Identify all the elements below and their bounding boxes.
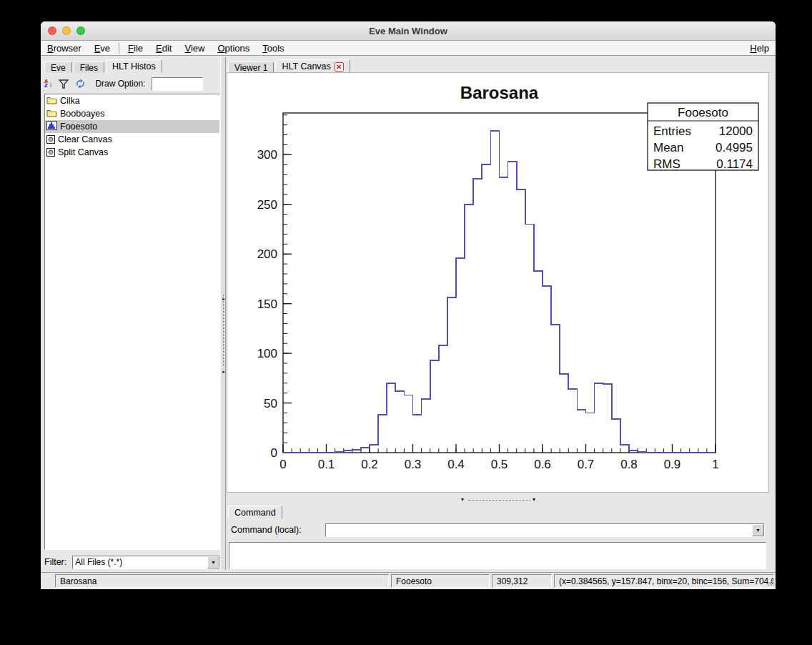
menu-edit[interactable]: Edit	[149, 41, 178, 55]
main-tab-bar: Viewer 1 HLT Canvas ✕	[228, 59, 352, 73]
screen-background: Eve Main Window Browser Eve File Edit Vi…	[0, 0, 812, 645]
sidebar-toolbar: AZ↓ Draw Option: ▼	[44, 75, 220, 92]
splitter-arrow-icon[interactable]: ▸	[221, 296, 227, 302]
gear-icon: ⚙	[46, 148, 55, 157]
tab-hlt-canvas[interactable]: HLT Canvas ✕	[275, 59, 350, 73]
tab-command[interactable]: Command	[228, 506, 282, 519]
menu-options[interactable]: Options	[211, 41, 256, 55]
svg-text:Entries: Entries	[653, 124, 691, 138]
window-title: Eve Main Window	[41, 26, 776, 36]
command-local-label: Command (local):	[231, 525, 302, 535]
tab-hlt-histos[interactable]: HLT Histos	[106, 59, 162, 73]
filter-input[interactable]	[73, 556, 207, 568]
histogram-tree-list: Cilka Booboayes Fooesoto ⚙ Clear Canvas …	[44, 94, 220, 550]
svg-text:0.1174: 0.1174	[716, 157, 753, 171]
svg-text:0.9: 0.9	[664, 458, 681, 471]
svg-text:RMS: RMS	[653, 157, 680, 171]
command-input[interactable]	[326, 524, 752, 536]
command-combobox[interactable]: ▼	[325, 523, 765, 537]
tree-item-clear-canvas[interactable]: ⚙ Clear Canvas	[45, 133, 219, 146]
refresh-icon[interactable]	[75, 77, 86, 90]
filter-label: Filter:	[44, 557, 66, 567]
svg-text:300: 300	[257, 148, 277, 162]
menu-view[interactable]: View	[178, 41, 211, 55]
tab-viewer-1[interactable]: Viewer 1	[228, 61, 274, 73]
svg-text:0.1: 0.1	[318, 458, 335, 471]
title-bar[interactable]: Eve Main Window	[41, 21, 776, 41]
tree-item-fooesoto[interactable]: Fooesoto	[45, 120, 219, 133]
svg-text:1: 1	[712, 458, 718, 471]
svg-text:200: 200	[257, 247, 277, 261]
draw-option-combobox[interactable]: ▼	[152, 77, 203, 91]
histogram-plot[interactable]: 00.10.20.30.40.50.60.70.80.9105010015020…	[227, 73, 768, 492]
svg-text:0.6: 0.6	[534, 458, 551, 471]
svg-text:0: 0	[271, 446, 277, 460]
status-cell-title: Barosana	[55, 574, 389, 588]
splitter-arrow-icon[interactable]: ▸	[221, 369, 227, 375]
filter-combobox[interactable]: ▼	[72, 556, 220, 569]
command-output-box[interactable]	[229, 542, 766, 569]
draw-option-label: Draw Option:	[95, 79, 145, 89]
menu-tools[interactable]: Tools	[256, 41, 290, 55]
svg-text:0.2: 0.2	[361, 458, 378, 471]
command-row: Command (local): ▼	[227, 522, 769, 538]
svg-text:50: 50	[264, 397, 277, 410]
filter-funnel-icon[interactable]	[59, 77, 69, 90]
menu-eve[interactable]: Eve	[88, 41, 117, 55]
splitter-arrow-icon[interactable]: ▾	[461, 496, 464, 503]
folder-icon	[46, 96, 57, 107]
svg-text:0: 0	[279, 458, 286, 471]
command-tab-bar: Command	[228, 506, 284, 519]
histogram-icon	[46, 121, 57, 132]
command-dropdown-arrow[interactable]: ▼	[752, 524, 764, 536]
svg-text:Barosana: Barosana	[460, 83, 539, 102]
svg-text:0.4995: 0.4995	[716, 141, 753, 154]
close-tab-icon[interactable]: ✕	[335, 62, 344, 72]
status-bar: Barosana Fooesoto 309,312 (x=0.384565, y…	[41, 572, 776, 589]
menu-file[interactable]: File	[122, 41, 149, 55]
resize-grip[interactable]	[765, 576, 775, 589]
svg-text:12000: 12000	[719, 124, 753, 138]
sort-az-icon[interactable]: AZ↓	[44, 77, 52, 90]
svg-text:250: 250	[257, 198, 277, 212]
status-cell-bin-info: (x=0.384565, y=157.847, binx=20, binc=15…	[554, 574, 774, 588]
tree-item-cilka[interactable]: Cilka	[45, 94, 219, 107]
svg-text:0.7: 0.7	[578, 458, 595, 471]
tab-files[interactable]: Files	[74, 61, 104, 73]
tab-eve[interactable]: Eve	[44, 61, 72, 73]
svg-text:Mean: Mean	[653, 141, 684, 154]
menu-help[interactable]: Help	[743, 41, 776, 55]
menu-browser[interactable]: Browser	[41, 41, 88, 55]
status-cell-pixel-coords: 309,312	[492, 574, 552, 588]
tree-item-split-canvas[interactable]: ⚙ Split Canvas	[45, 146, 219, 159]
vertical-splitter[interactable]: ▸ ▸	[220, 57, 226, 570]
svg-text:100: 100	[257, 347, 277, 360]
filter-row: Filter: ▼	[44, 554, 220, 570]
folder-icon	[46, 109, 57, 119]
svg-text:150: 150	[257, 297, 277, 311]
svg-text:0.8: 0.8	[620, 458, 638, 471]
filter-dropdown-arrow[interactable]: ▼	[207, 556, 219, 568]
horizontal-splitter[interactable]: ▾ ▾	[227, 496, 769, 503]
sidebar-tab-bar: Eve Files HLT Histos	[44, 59, 164, 73]
menu-bar-divider	[119, 43, 119, 54]
svg-text:Fooesoto: Fooesoto	[678, 106, 728, 119]
tree-item-booboayes[interactable]: Booboayes	[45, 107, 219, 120]
gear-icon: ⚙	[46, 135, 55, 144]
status-cell-object: Fooesoto	[391, 574, 490, 588]
svg-text:0.5: 0.5	[491, 458, 508, 471]
svg-text:0.4: 0.4	[447, 458, 465, 471]
root-canvas[interactable]: 00.10.20.30.40.50.60.70.80.9105010015020…	[227, 72, 769, 493]
eve-main-window: Eve Main Window Browser Eve File Edit Vi…	[41, 21, 776, 589]
menu-bar: Browser Eve File Edit View Options Tools…	[41, 41, 776, 56]
svg-text:0.3: 0.3	[405, 458, 422, 471]
splitter-arrow-icon[interactable]: ▾	[533, 496, 535, 503]
